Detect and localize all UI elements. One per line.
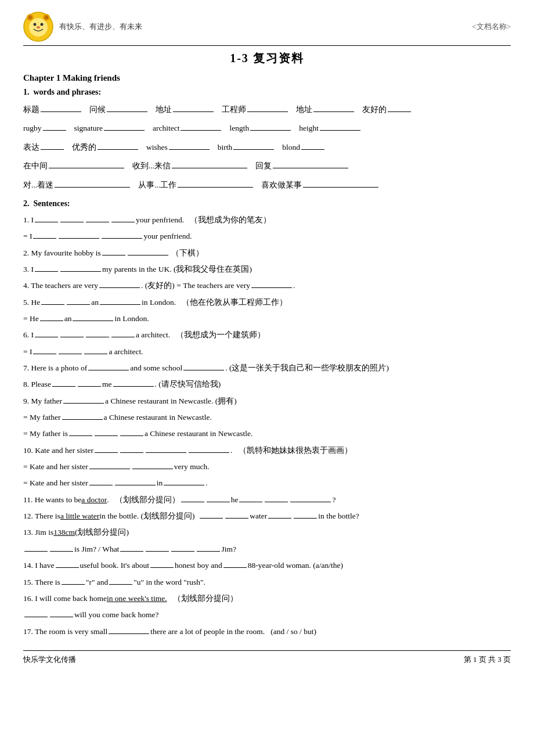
page-header: 有快乐、有进步、有未来 <文档名称> [23, 12, 511, 46]
word-entry: birth [218, 138, 276, 157]
word-entry: wishes [146, 138, 211, 157]
word-entry: 优秀的 [72, 138, 139, 157]
sentence-6b: = I a architect. [23, 344, 511, 360]
sentence-10: 10. Kate and her sister . （凯特和她妹妹很热衷于画画） [23, 442, 511, 459]
logo-icon [23, 12, 53, 42]
sentence-1: 1. I your penfriend. （我想成为你的笔友） [23, 212, 511, 228]
page-footer: 快乐学文化传播 第 1 页 共 3 页 [23, 650, 511, 665]
word-entry: 地址 [156, 100, 215, 119]
sentence-5b: = He an in London. [23, 311, 511, 327]
word-entry: 收到...来信 [132, 157, 248, 175]
sentence-3: 3. I my parents in the UK. (我和我父母住在英国) [23, 261, 511, 278]
svg-point-3 [28, 16, 33, 20]
sentence-9: 9. My father a Chinese restaurant in New… [23, 393, 511, 409]
sentence-14: 14. I have useful book. It's about hones… [23, 557, 511, 574]
word-entry: height [299, 119, 362, 138]
word-entry: rugby [23, 119, 67, 138]
word-entry: architect [153, 119, 222, 138]
sentence-2: 2. My favourite hobby is （下棋） [23, 245, 511, 261]
words-row-5: 对...着迷 从事...工作 喜欢做某事 [23, 176, 511, 195]
sentence-10c: = Kate and her sister in . [23, 475, 511, 491]
header-docname: <文档名称> [472, 21, 511, 32]
words-row-3: 表达 优秀的 wishes birth blond [23, 138, 511, 157]
word-entry: 地址 [296, 100, 355, 119]
word-entry: blond [282, 138, 326, 157]
sentence-1b: = I your penfriend. [23, 228, 511, 244]
sentence-12: 12. There is a little water in the bottl… [23, 508, 511, 524]
section-1-title: 1. words and phrases: [23, 88, 511, 97]
sentence-9b: = My father a Chinese restaurant in Newc… [23, 409, 511, 426]
sentence-6: 6. I a architect. （我想成为一个建筑师） [23, 327, 511, 343]
section-2-title: 2. Sentences: [23, 199, 511, 208]
words-row-1: 标题 问候 地址 工程师 地址 友好的 [23, 100, 511, 119]
footer-left: 快乐学文化传播 [23, 654, 76, 665]
word-entry: 工程师 [222, 100, 289, 119]
sentence-13: 13. Jim is 138cm (划线部分提问) [23, 524, 511, 541]
word-entry: 表达 [23, 138, 65, 157]
sentence-11: 11. He wants to be a doctor. （划线部分提问） he… [23, 492, 511, 508]
words-row-4: 在中间 收到...来信 回复 [23, 157, 511, 175]
word-entry: 对...着迷 [23, 176, 131, 195]
sentence-15: 15. There is "r" and "u" in the word "ru… [23, 574, 511, 591]
word-entry: 友好的 [362, 100, 412, 119]
word-entry: 喜欢做某事 [261, 176, 380, 195]
word-entry: 问候 [89, 100, 149, 119]
word-entry: signature [74, 119, 146, 138]
svg-point-7 [41, 23, 44, 26]
word-entry: 回复 [255, 157, 349, 175]
svg-point-8 [37, 26, 40, 28]
sentence-9c: = My father is a Chinese restaurant in N… [23, 426, 511, 442]
sentence-4: 4. The teachers are very . (友好的) = The t… [23, 278, 511, 294]
sentence-7: 7. Here is a photo of and some school . … [23, 360, 511, 376]
sentence-10b: = Kate and her sister very much. [23, 459, 511, 475]
footer-right: 第 1 页 共 3 页 [464, 654, 511, 665]
sentence-17: 17. The room is very small there are a l… [23, 624, 511, 640]
words-row-2: rugby signature architect length height [23, 119, 511, 138]
chapter-title: Chapter 1 Making friends [23, 73, 511, 83]
sentence-16: 16. I will come back home in one week's … [23, 591, 511, 607]
sentence-5: 5. He an in London. （他在伦敦从事工程师工作） [23, 294, 511, 311]
svg-point-6 [34, 23, 37, 26]
word-entry: length [229, 119, 292, 138]
header-slogan: 有快乐、有进步、有未来 [59, 21, 142, 32]
sentence-13b: is Jim? / What Jim? [23, 541, 511, 557]
page-title: 1-3 复习资料 [23, 51, 511, 66]
sentence-8: 8. Please me . (请尽快写信给我) [23, 376, 511, 393]
word-entry: 从事...工作 [138, 176, 254, 195]
sentence-16b: will you come back home? [23, 607, 511, 623]
word-entry: 标题 [23, 100, 82, 119]
svg-point-4 [45, 16, 49, 20]
sentences-section: 1. I your penfriend. （我想成为你的笔友） = I your… [23, 212, 511, 640]
header-left: 有快乐、有进步、有未来 [23, 12, 142, 42]
word-entry: 在中间 [23, 157, 125, 175]
